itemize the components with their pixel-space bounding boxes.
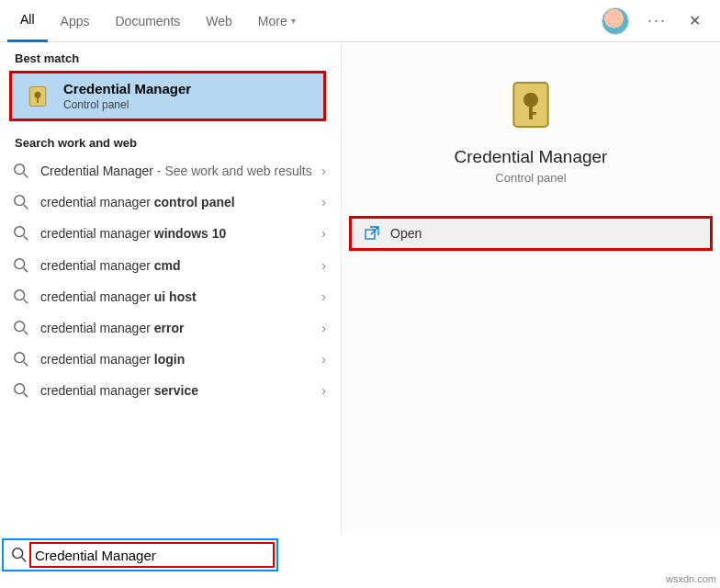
- search-icon: [13, 257, 29, 274]
- tab-more-label: More: [258, 14, 287, 28]
- svg-line-4: [24, 174, 28, 178]
- chevron-right-icon: ›: [321, 352, 326, 367]
- chevron-right-icon: ›: [321, 383, 326, 398]
- svg-line-10: [24, 267, 28, 272]
- search-input[interactable]: [35, 548, 269, 563]
- chevron-right-icon: ›: [321, 321, 326, 335]
- svg-line-25: [22, 558, 27, 562]
- svg-line-18: [24, 393, 28, 398]
- tab-web[interactable]: Web: [193, 0, 245, 42]
- tab-more[interactable]: More ▾: [245, 0, 309, 42]
- suggestion-item[interactable]: Credential Manager - See work and web re…: [0, 155, 341, 187]
- suggestion-text: credential manager windows 10: [40, 225, 321, 242]
- suggestion-item[interactable]: credential manager cmd›: [0, 250, 341, 281]
- svg-point-5: [15, 196, 25, 206]
- svg-line-8: [24, 236, 28, 241]
- preview-actions: Open: [342, 216, 720, 251]
- chevron-right-icon: ›: [321, 164, 326, 178]
- suggestion-item[interactable]: credential manager windows 10›: [0, 218, 341, 249]
- suggestion-text: credential manager ui host: [40, 288, 321, 305]
- search-icon: [13, 320, 29, 336]
- svg-point-17: [15, 384, 25, 394]
- search-icon: [13, 351, 29, 368]
- best-match-subtitle: Control panel: [63, 98, 191, 111]
- section-best-match: Best match: [0, 42, 341, 71]
- svg-line-16: [24, 362, 28, 367]
- tab-documents[interactable]: Documents: [102, 0, 193, 42]
- more-options-button[interactable]: ···: [638, 11, 676, 30]
- suggestion-text: credential manager cmd: [40, 257, 321, 274]
- svg-rect-22: [529, 112, 536, 115]
- suggestion-text: credential manager login: [40, 351, 321, 368]
- section-search-web: Search work and web: [0, 127, 341, 155]
- close-button[interactable]: ✕: [676, 12, 713, 29]
- main-area: Best match Credential Manager Control pa…: [0, 42, 720, 535]
- search-bar[interactable]: [2, 538, 278, 571]
- svg-point-24: [13, 548, 23, 559]
- suggestion-text: credential manager error: [40, 320, 321, 336]
- open-icon: [365, 226, 379, 241]
- preview-credential-manager-icon: [501, 75, 560, 134]
- search-icon: [13, 225, 29, 242]
- preview-subtitle: Control panel: [495, 171, 566, 185]
- suggestion-text: credential manager service: [40, 382, 321, 399]
- search-tabs: All Apps Documents Web More ▾ ··· ✕: [0, 0, 720, 42]
- suggestion-text: Credential Manager - See work and web re…: [40, 163, 321, 179]
- watermark: wsxdn.com: [666, 573, 716, 584]
- tab-all[interactable]: All: [7, 0, 48, 42]
- suggestion-item[interactable]: credential manager error›: [0, 312, 341, 344]
- search-icon: [13, 382, 29, 399]
- open-highlight: Open: [349, 216, 713, 251]
- suggestion-item[interactable]: credential manager ui host›: [0, 281, 341, 312]
- svg-point-11: [15, 290, 25, 300]
- search-icon: [13, 194, 29, 210]
- svg-rect-23: [366, 230, 375, 239]
- chevron-right-icon: ›: [321, 289, 326, 304]
- suggestion-item[interactable]: credential manager service›: [0, 375, 341, 406]
- svg-point-15: [15, 353, 25, 363]
- open-button[interactable]: Open: [352, 219, 710, 248]
- preview-panel: Credential Manager Control panel Open: [341, 42, 720, 535]
- user-avatar[interactable]: [602, 7, 629, 35]
- search-icon: [13, 163, 29, 179]
- suggestion-item[interactable]: credential manager login›: [0, 344, 341, 375]
- search-icon: [13, 288, 29, 305]
- svg-line-6: [24, 205, 28, 209]
- chevron-right-icon: ›: [321, 258, 326, 273]
- suggestion-item[interactable]: credential manager control panel›: [0, 187, 341, 218]
- preview-title: Credential Manager: [455, 147, 608, 167]
- svg-rect-2: [37, 96, 39, 103]
- search-icon: [11, 547, 28, 563]
- open-label: Open: [390, 226, 422, 241]
- suggestions-list: Credential Manager - See work and web re…: [0, 155, 341, 407]
- credential-manager-icon: [25, 84, 51, 109]
- suggestion-text: credential manager control panel: [40, 194, 321, 210]
- svg-line-14: [24, 331, 28, 335]
- svg-point-3: [15, 164, 25, 175]
- svg-line-12: [24, 300, 28, 304]
- svg-point-7: [15, 227, 25, 237]
- best-match-result[interactable]: Credential Manager Control panel: [9, 71, 326, 121]
- chevron-right-icon: ›: [321, 226, 326, 241]
- results-panel: Best match Credential Manager Control pa…: [0, 42, 341, 535]
- chevron-down-icon: ▾: [291, 16, 296, 26]
- tab-apps[interactable]: Apps: [48, 0, 103, 42]
- best-match-title: Credential Manager: [63, 81, 191, 96]
- svg-point-9: [15, 258, 25, 268]
- chevron-right-icon: ›: [321, 195, 326, 209]
- svg-point-13: [15, 322, 25, 332]
